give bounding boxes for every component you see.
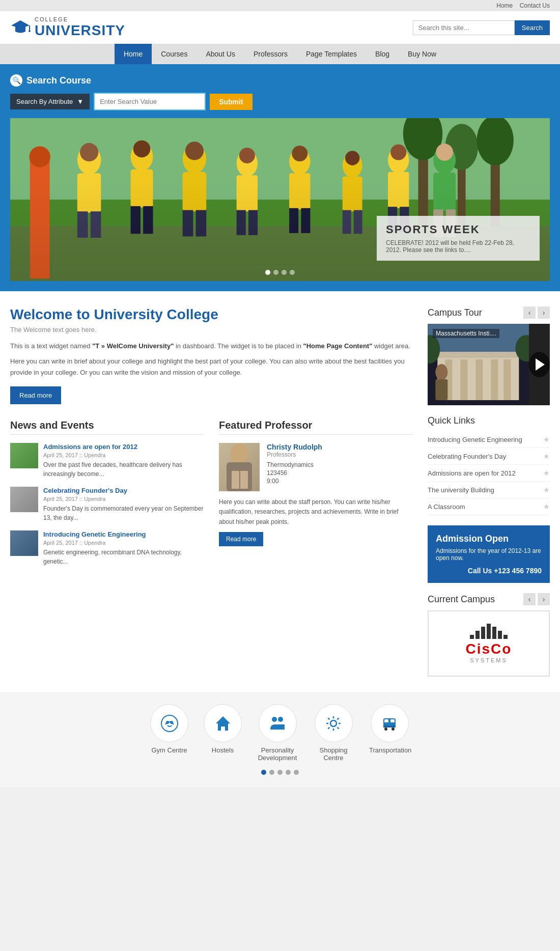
- svg-point-73: [166, 721, 169, 724]
- bar-5: [492, 627, 496, 639]
- shopping-label: Shopping Centre: [313, 746, 354, 762]
- professor-photo: [219, 443, 260, 491]
- cisco-bars: [470, 624, 508, 639]
- svg-point-32: [436, 144, 453, 161]
- header-search-button[interactable]: Search: [515, 20, 550, 35]
- current-campus-next[interactable]: ›: [538, 593, 550, 605]
- bar-1: [470, 635, 474, 639]
- news-info-3: Introducing Genetic Engineering April 25…: [43, 530, 204, 566]
- news-link-3[interactable]: Introducing Genetic Engineering: [43, 530, 204, 538]
- slider-dot-1[interactable]: [265, 270, 270, 275]
- logo-area: COLLEGE UNIVERSITY: [10, 16, 125, 39]
- professor-field: Thermodynamics: [267, 461, 412, 468]
- nav-item-courses[interactable]: Courses: [152, 44, 197, 64]
- current-campus-widget: Current Campus ‹ ›: [428, 593, 550, 677]
- search-row: Search By Attribute ▼ Submit: [10, 93, 550, 110]
- campus-icon-hostels: Hostels: [204, 704, 242, 762]
- quick-links-title: Quick Links: [428, 415, 550, 426]
- admission-text: Admissions for the year of 2012-13 are o…: [436, 547, 542, 562]
- welcome-read-more-button[interactable]: Read more: [10, 386, 61, 404]
- slider-dot-2[interactable]: [273, 270, 278, 275]
- news-info-2: Celebrating Founder's Day April 25, 2017…: [43, 487, 204, 522]
- slider-dot-4[interactable]: [290, 270, 295, 275]
- svg-point-78: [272, 717, 277, 722]
- quick-link-3[interactable]: Admissions are open for 2012 ★: [428, 465, 550, 482]
- current-campus-prev[interactable]: ‹: [523, 593, 536, 605]
- nav-item-buynow[interactable]: Buy Now: [399, 44, 445, 64]
- welcome-bold1: "T » WelCome University": [92, 342, 174, 350]
- svg-rect-77: [221, 726, 225, 731]
- star-icon-2: ★: [543, 452, 550, 460]
- professor-phone: 123456: [267, 469, 412, 477]
- news-excerpt-1: Over the past five decades, healthcare d…: [43, 460, 204, 479]
- gym-icon-circle[interactable]: [150, 704, 188, 742]
- professor-avatar-svg: [219, 443, 260, 491]
- cisco-tagline: SYSTEMS: [470, 657, 508, 663]
- search-value-input[interactable]: [94, 93, 206, 110]
- nav-item-home[interactable]: Home: [115, 44, 152, 64]
- welcome-body: This is a text widget named "T » WelCome…: [10, 341, 412, 378]
- nav-item-professors[interactable]: Professors: [244, 44, 297, 64]
- admission-widget: Admission Open Admissions for the year o…: [428, 525, 550, 583]
- nav-item-templates[interactable]: Page Templates: [297, 44, 366, 64]
- search-submit-button[interactable]: Submit: [210, 94, 252, 110]
- professor-read-more-button[interactable]: Read more: [219, 532, 263, 546]
- quick-link-5[interactable]: A Classroom ★: [428, 498, 550, 515]
- campus-tour-title: Campus Tour ‹ ›: [428, 306, 550, 319]
- dropdown-arrow-icon: ▼: [77, 98, 83, 105]
- nav-item-about[interactable]: About Us: [197, 44, 244, 64]
- video-thumbnail[interactable]: Massachusetts Insti....: [428, 324, 550, 405]
- slider-dot-3[interactable]: [282, 270, 287, 275]
- header-search-area: Search: [413, 20, 550, 35]
- svg-rect-66: [503, 359, 511, 400]
- quick-links-widget: Quick Links Introducing Genetic Engineer…: [428, 415, 550, 515]
- icon-dot-2[interactable]: [269, 770, 274, 775]
- svg-rect-83: [390, 719, 395, 722]
- header: COLLEGE UNIVERSITY Search: [0, 11, 560, 44]
- welcome-title: Welcome to University College: [10, 306, 412, 323]
- nav-item-blog[interactable]: Blog: [366, 44, 399, 64]
- svg-point-72: [161, 715, 178, 732]
- icon-dot-1[interactable]: [261, 770, 266, 775]
- professor-description: Here you can write about the staff perso…: [219, 497, 412, 527]
- professor-role: Professors: [267, 451, 412, 458]
- icon-dot-5[interactable]: [294, 770, 299, 775]
- news-link-2[interactable]: Celebrating Founder's Day: [43, 487, 204, 494]
- campus-tour-prev[interactable]: ‹: [523, 306, 536, 319]
- svg-point-55: [230, 444, 248, 464]
- svg-point-70: [435, 364, 447, 380]
- news-link-1[interactable]: Admissions are open for 2012: [43, 443, 204, 451]
- campus-tour-next[interactable]: ›: [538, 306, 550, 319]
- logo-icon: [10, 17, 31, 38]
- hostels-icon-circle[interactable]: [204, 704, 242, 742]
- bus-icon: [380, 714, 399, 733]
- svg-point-79: [278, 717, 283, 722]
- topbar-home-link[interactable]: Home: [496, 2, 513, 9]
- shopping-icon-circle[interactable]: [315, 704, 353, 742]
- quick-link-1[interactable]: Introducing Genetic Engineering ★: [428, 431, 550, 448]
- news-excerpt-3: Genetic engineering, recombinant DNA tec…: [43, 548, 204, 566]
- transport-icon-circle[interactable]: [371, 704, 409, 742]
- welcome-subtitle: The Welcome text goes here.: [10, 326, 412, 333]
- play-button[interactable]: [529, 352, 550, 377]
- svg-point-17: [80, 143, 98, 161]
- news-item-2: Celebrating Founder's Day April 25, 2017…: [10, 487, 204, 522]
- campus-icon-transport: Transportation: [369, 704, 410, 762]
- topbar-contact-link[interactable]: Contact Us: [520, 2, 550, 9]
- news-thumb-3: [10, 530, 38, 556]
- icon-dot-3[interactable]: [277, 770, 283, 775]
- svg-rect-64: [475, 359, 483, 400]
- bar-4: [487, 624, 491, 639]
- bar-7: [503, 635, 508, 639]
- personality-icon-circle[interactable]: [259, 704, 297, 742]
- quick-link-4[interactable]: The university Building ★: [428, 482, 550, 498]
- current-campus-title: Current Campus ‹ ›: [428, 593, 550, 605]
- header-search-input[interactable]: [413, 20, 515, 35]
- transport-label: Transportation: [369, 746, 410, 754]
- icon-dot-4[interactable]: [286, 770, 291, 775]
- news-meta-1: April 25, 2017 :: Upendra: [43, 452, 204, 458]
- person-group-icon: [268, 714, 287, 733]
- svg-rect-82: [384, 719, 388, 722]
- quick-link-2[interactable]: Celebrating Founder's Day ★: [428, 448, 550, 465]
- search-attribute-dropdown[interactable]: Search By Attribute ▼: [10, 94, 90, 109]
